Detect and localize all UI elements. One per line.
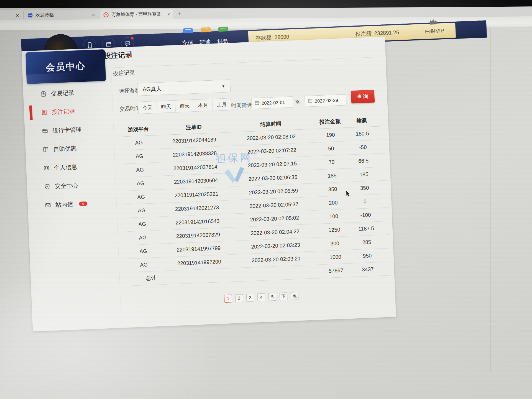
cell-win-loss: 1187.5 [348,225,384,232]
page-next[interactable]: 下 [280,292,288,300]
cell-settle-time: 2022-03-20 02:05:37 [245,201,303,209]
cell-win-loss: 66.5 [345,157,382,165]
sidebar-item-profile[interactable]: 个人信息 [28,156,112,178]
sidebar-item-security[interactable]: 安全中心 [29,175,112,196]
page-last[interactable]: 尾 [291,292,299,300]
cell-settle-time: 2022-03-20 02:07:15 [243,160,302,169]
unread-badge: 0 [79,201,88,206]
calendar-icon [255,100,260,106]
cell-settle-time: 2022-03-20 02:06:35 [244,174,302,182]
sidebar-item-promotions[interactable]: 自助优惠 [27,137,111,159]
recharge-icon [183,28,193,33]
col-settle-time: 结算时间 [242,119,300,129]
title-marker-icon [130,51,132,57]
cell-bet-id: 220319142030504 [167,177,225,185]
search-button[interactable]: 查询 [351,90,375,103]
sidebar-item-label: 银行卡管理 [52,126,82,134]
cell-bet-amount: 300 [317,240,353,247]
sidebar: 会员中心 交易记录 投注记录 银行卡管理 [24,49,117,318]
cell-platform: AG [124,153,155,160]
date-to-input[interactable]: 2022-03-29 [305,94,346,107]
cell-platform: AG [126,193,157,201]
page-4[interactable]: 4 [257,293,265,301]
sidebar-item-bet-records[interactable]: 投注记录 [26,100,109,122]
sidebar-title: 会员中心 [25,49,106,84]
col-platform: 游戏平台 [123,125,154,134]
cell-platform: AG [125,166,155,173]
total-label: 总计 [129,273,188,283]
cell-bet-id: 220319142021273 [168,204,226,213]
cell-platform: AG [124,139,154,146]
cell-win-loss: 285 [349,239,385,246]
cell-platform: AG [128,248,159,255]
site-content: 充值 转账 提款 存款额:28000 投注额:232891.25 [0,0,532,399]
page-2[interactable]: 2 [235,294,243,302]
cell-settle-time: 2022-03-20 02:03:23 [246,242,305,250]
page-1[interactable]: 1 [224,295,232,303]
bet-table-body: AG2203191420441892022-03-20 02:08:021901… [123,126,391,272]
cell-settle-time: 2022-03-20 02:07:22 [243,147,301,155]
chevron-down-icon: ▼ [221,84,225,88]
vip-level-badge: 白银VIP [425,23,444,39]
btn-last-month[interactable]: 上月 [212,98,231,111]
sidebar-item-label: 个人信息 [54,163,77,172]
quick-date-buttons: 今天 昨天 前天 本月 上月 [138,98,231,114]
member-center-card: 会员中心 交易记录 投注记录 银行卡管理 [22,37,396,331]
cell-win-loss: 0 [347,198,383,205]
sidebar-item-inbox[interactable]: 站内信 0 [30,193,113,215]
date-from-value: 2022-03-01 [262,99,285,106]
btn-day-before[interactable]: 前天 [175,100,194,112]
cell-win-loss: 950 [349,252,385,260]
cell-bet-id: 220319141997799 [170,245,228,253]
cell-bet-amount: 100 [316,213,352,220]
total-bet-amount: 57667 [318,267,354,274]
cell-win-loss: -50 [345,144,381,151]
col-bet-amount: 投注金额 [312,117,348,126]
book-icon [43,146,49,153]
withdraw-icon [218,27,229,32]
cell-win-loss: -100 [347,211,384,219]
notification-dot [131,37,134,40]
sidebar-menu: 交易记录 投注记录 银行卡管理 自助优惠 [25,82,114,215]
game-select-dropdown[interactable]: AG真人 ▼ [137,80,231,96]
cell-bet-amount: 1000 [317,254,354,261]
sidebar-item-bank-cards[interactable]: 银行卡管理 [27,119,110,141]
shield-check-icon [44,183,50,190]
pagination: 1 2 3 4 5 下 尾 [224,292,299,303]
transfer-icon [201,27,211,32]
document-list-icon [41,109,47,116]
sidebar-item-label: 自助优惠 [53,144,77,153]
date-from-input[interactable]: 2022-03-01 [251,96,293,109]
sidebar-item-transactions[interactable]: 交易记录 [25,82,109,104]
time-filter-label: 交易时间 [119,105,141,113]
btn-yesterday[interactable]: 昨天 [157,101,176,113]
page-3[interactable]: 3 [246,294,254,302]
page-5[interactable]: 5 [268,293,277,301]
cell-bet-amount: 190 [312,131,349,139]
sidebar-item-label: 站内信 [55,200,73,209]
tab-bet-records[interactable]: 投注记录 [113,69,135,77]
btn-this-month[interactable]: 本月 [194,99,213,111]
clipboard-icon [40,91,47,97]
date-separator: 至 [295,99,300,106]
cell-win-loss: 180.5 [344,130,380,137]
monitor-screen: × 欢迎莅临 × 万象城体育 - 西甲联赛及意甲罗 × + [0,0,532,399]
cell-platform: AG [125,180,156,187]
id-card-icon [43,165,50,171]
cell-bet-id: 220319141997200 [170,259,229,267]
cell-bet-amount: 70 [313,158,350,166]
total-win-loss: 3437 [350,266,386,273]
cell-win-loss: 185 [346,171,382,178]
cell-bet-id: 220319142025321 [167,191,226,199]
cell-bet-id: 220319142038328 [166,150,224,158]
cell-bet-id: 220319142007829 [169,231,227,240]
cell-bet-amount: 1250 [316,226,352,234]
range-filter-label: 时间筛选 [231,101,252,109]
sidebar-item-label: 投注记录 [52,107,75,116]
cell-settle-time: 2022-03-20 02:05:59 [244,188,303,196]
cell-bet-id: 220319142044189 [165,136,224,145]
game-select-value: AG真人 [142,85,162,93]
mouse-cursor [345,190,352,199]
cell-platform: AG [126,207,157,214]
btn-today[interactable]: 今天 [138,101,157,114]
